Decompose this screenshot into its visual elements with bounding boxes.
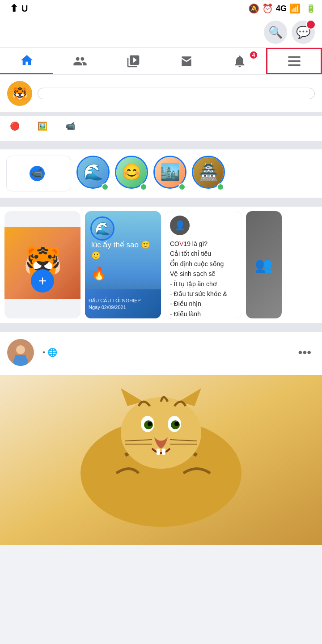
watch-icon (126, 54, 140, 68)
create-room-button[interactable]: 📹 (6, 156, 71, 191)
post-actions: 🔴 🖼️ 📹 (0, 116, 322, 144)
marketplace-icon (179, 54, 194, 68)
post-more-button[interactable]: ••• (295, 345, 315, 360)
create-room-icon: 📹 (30, 166, 45, 181)
story-card-thanh-dung[interactable]: 🌊 lúc ấy thế sao 🙂🙂 🔥 ĐÃU CẦU TỐI NGHIỆP… (85, 211, 161, 318)
story-cards-section: 🐯 + 🌊 lúc ấy thế sao 🙂🙂 🔥 ĐÃU CẦU TỐI NG… (0, 207, 322, 327)
svg-point-8 (121, 397, 201, 469)
notification-icon (233, 54, 247, 68)
post-item: • 🌐 ••• (0, 332, 322, 545)
svg-point-14 (174, 422, 179, 426)
privacy-icon: 🌐 (47, 347, 57, 357)
status-bar: ⬆ U 🔕 ⏰ 4G 📶 🔋 (0, 0, 322, 17)
story-card-tha[interactable]: 👥 (246, 211, 282, 318)
svg-point-3 (16, 345, 25, 354)
nav-item-notifications[interactable]: 4 (213, 48, 266, 74)
status-right: 🔕 ⏰ 4G 📶 🔋 (246, 3, 316, 14)
section-divider-1 (0, 145, 322, 149)
story-card-sinh-vien-avatar: 👤 (170, 216, 190, 235)
story-card-sinh-vien[interactable]: 👤 COV19 là gì? Cải tốt chỉ tiêu Ổn định … (165, 211, 242, 318)
create-story-plus-icon: + (31, 269, 54, 292)
user-avatar: 🐯 (7, 81, 32, 106)
nav-item-watch[interactable] (106, 48, 160, 74)
post-header: • 🌐 ••• (0, 332, 322, 369)
search-button[interactable]: 🔍 (264, 21, 287, 44)
status-left: ⬆ U (6, 3, 28, 14)
hamburger-icon (285, 54, 303, 68)
feed-section: • 🌐 ••• (0, 332, 322, 545)
svg-rect-16 (162, 449, 165, 455)
create-post-section: 🐯 🔴 🖼️ 📹 (0, 75, 322, 145)
header-icons: 🔍 💬 (264, 21, 315, 44)
story-avatar-1[interactable]: 🌊 (76, 156, 110, 191)
mute-icon: 🔕 (248, 3, 259, 14)
signal-bars-icon: 📶 (289, 3, 301, 14)
friends-icon (73, 54, 87, 68)
svg-point-13 (148, 422, 152, 426)
photo-icon: 🖼️ (38, 121, 47, 131)
story-avatar-3[interactable]: 🏙️ (153, 156, 186, 191)
online-indicator (178, 183, 186, 191)
signal-icon: 4G (276, 4, 287, 13)
live-action-button[interactable]: 🔴 (4, 118, 29, 135)
home-icon (20, 53, 34, 68)
stories-section: 📹 🌊 😊 🏙️ 🏯 (0, 149, 322, 202)
section-divider-2 (0, 202, 322, 207)
svg-text:🐯: 🐯 (12, 86, 28, 101)
svg-rect-5 (15, 355, 26, 361)
status-upload-icon: ⬆ (10, 3, 18, 14)
messenger-button[interactable]: 💬 (292, 21, 315, 44)
online-indicator (217, 183, 224, 191)
create-post-bar: 🐯 (0, 75, 322, 116)
section-divider-3 (0, 327, 322, 332)
online-indicator (102, 183, 109, 191)
create-story-card[interactable]: 🐯 + (4, 211, 80, 318)
nav-item-friends[interactable] (53, 48, 106, 74)
status-u-icon: U (21, 4, 28, 14)
post-subtitle: • 🌐 (40, 347, 288, 357)
post-input[interactable] (38, 88, 315, 99)
messenger-badge (306, 20, 316, 30)
alarm-icon: ⏰ (262, 3, 273, 14)
story-avatar-4[interactable]: 🏯 (192, 156, 225, 191)
story-avatar-2[interactable]: 😊 (115, 156, 148, 191)
post-image (0, 375, 322, 545)
room-icon: 📹 (65, 121, 75, 131)
post-like-count (0, 369, 322, 375)
nav-item-menu[interactable] (266, 48, 322, 74)
online-indicator (140, 183, 147, 191)
post-author-avatar[interactable] (7, 339, 34, 366)
live-icon: 🔴 (10, 121, 20, 131)
svg-rect-15 (157, 449, 160, 455)
nav-item-home[interactable] (0, 48, 53, 74)
battery-icon: 🔋 (306, 4, 316, 13)
nav-bar: 4 (0, 48, 322, 75)
room-action-button[interactable]: 📹 (59, 118, 84, 135)
photo-action-button[interactable]: 🖼️ (31, 118, 56, 135)
search-icon: 🔍 (268, 25, 283, 39)
nav-item-marketplace[interactable] (160, 48, 213, 74)
app-header: 🔍 💬 (0, 17, 322, 48)
post-meta: • 🌐 (40, 347, 288, 357)
notifications-badge: 4 (249, 51, 258, 59)
